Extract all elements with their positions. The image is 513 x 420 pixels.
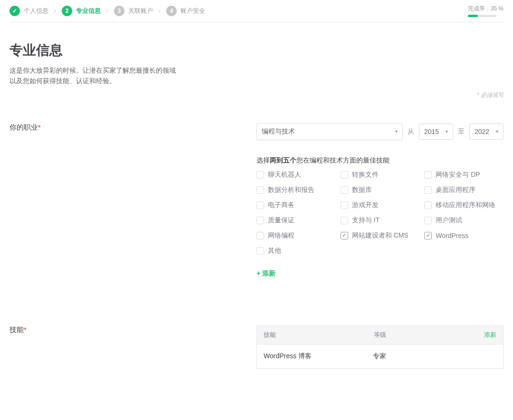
occupation-label: 你的职业* [10, 123, 238, 278]
chevron-right-icon: › [54, 8, 56, 14]
checkbox-icon [341, 217, 348, 224]
onboarding-stepper: ✓ 个人信息 › 2 专业信息 › 3 关联账户 › 4 账户安全 完成率：35… [10, 0, 504, 22]
step-linked-accounts[interactable]: 3 关联账户 [114, 6, 153, 16]
skill-checkbox-label: 数据库 [352, 186, 372, 194]
skill-checkbox-label: 网站建设者和 CMS [352, 231, 408, 240]
checkbox-icon [424, 201, 432, 209]
skill-checkbox-label: 桌面应用程序 [436, 186, 475, 194]
page-title: 专业信息 [10, 41, 504, 59]
skill-checkbox[interactable]: 聊天机器人 [256, 171, 336, 179]
skill-checkbox[interactable]: 网络安全与 DP [424, 171, 504, 179]
skill-checkbox-label: 网络编程 [268, 231, 294, 240]
skill-checkbox-label: 数据分析和报告 [268, 186, 314, 194]
checkbox-icon [256, 186, 264, 194]
skills-section: 技能* 技能 等级 添新 WordPress 博客 专家 [10, 325, 504, 369]
checkbox-icon [341, 201, 348, 209]
chevron-down-icon: ▾ [395, 129, 398, 134]
step-account-security[interactable]: 4 账户安全 [166, 6, 205, 16]
skill-checkbox[interactable]: 电子商务 [256, 201, 336, 210]
checkbox-icon [256, 232, 264, 239]
checkbox-icon [341, 232, 348, 239]
skill-checkbox-label: 其他 [268, 247, 281, 255]
checkbox-icon [341, 171, 348, 179]
occupation-select[interactable]: 编程与技术 ▾ [256, 123, 403, 140]
skill-checkbox[interactable]: 支持与 IT [341, 216, 420, 225]
add-occupation-button[interactable]: + 添新 [256, 269, 504, 278]
progress-bar [468, 15, 496, 17]
checkbox-icon [256, 201, 264, 209]
skill-checkbox-label: 移动应用程序和网络 [436, 201, 495, 210]
checkbox-icon [424, 232, 432, 239]
chevron-right-icon: › [106, 8, 108, 14]
skill-checkbox[interactable]: 用户测试 [424, 216, 504, 225]
to-label: 至 [458, 127, 465, 136]
skills-col-skill: 技能 [264, 331, 374, 339]
skill-checkbox[interactable]: 移动应用程序和网络 [424, 201, 504, 210]
page-description: 这是你大放异彩的时候。让潜在买家了解您最擅长的领域以及您如何获得技能、认证和经验… [10, 65, 180, 86]
skills-table-header: 技能 等级 添新 [256, 325, 504, 344]
skills-label: 技能* [10, 325, 238, 369]
step-label: 账户安全 [180, 7, 205, 15]
checkbox-icon [424, 186, 432, 194]
checkbox-icon [256, 171, 264, 179]
skill-checkbox[interactable]: 质量保证 [256, 216, 336, 225]
step-label: 个人信息 [24, 7, 48, 15]
skill-checkbox-label: 用户测试 [436, 216, 462, 225]
skill-checkbox[interactable]: WordPress [424, 231, 504, 240]
checkbox-icon [256, 247, 264, 255]
from-year-select[interactable]: 2015 ▾ [419, 124, 453, 140]
required-note: * 必须填写 [10, 91, 504, 99]
skill-checkbox[interactable]: 数据库 [341, 186, 420, 194]
step-label: 关联账户 [128, 7, 153, 15]
skill-checkbox-label: 游戏开发 [352, 201, 379, 210]
step-professional-info[interactable]: 2 专业信息 [62, 6, 101, 16]
chevron-down-icon: ▾ [446, 129, 448, 134]
checkbox-icon [424, 171, 432, 179]
step-label: 专业信息 [76, 7, 101, 15]
skill-checkbox[interactable]: 数据分析和报告 [256, 186, 336, 194]
skills-col-level: 等级 [374, 331, 484, 339]
skill-checkbox-label: WordPress [436, 232, 468, 239]
step-number: 3 [114, 6, 124, 16]
to-year-select[interactable]: 2022 ▾ [469, 124, 504, 140]
skill-level-cell: 专家 [373, 352, 482, 361]
step-personal-info[interactable]: ✓ 个人信息 [10, 6, 48, 16]
skill-checkbox[interactable]: 转换文件 [341, 171, 420, 179]
step-number: 2 [62, 6, 72, 16]
from-label: 从 [408, 127, 414, 136]
skill-checkbox-label: 网络安全与 DP [436, 171, 480, 179]
checkbox-icon [424, 217, 432, 224]
skill-checkbox[interactable]: 网站建设者和 CMS [341, 231, 420, 240]
chevron-right-icon: › [159, 8, 161, 14]
chevron-down-icon: ▾ [496, 129, 498, 134]
skill-checkbox-label: 质量保证 [268, 216, 294, 225]
add-skill-button[interactable]: 添新 [484, 331, 496, 339]
skill-checkbox[interactable]: 网络编程 [256, 231, 336, 240]
checkbox-icon [256, 217, 264, 224]
skill-checkbox-label: 聊天机器人 [268, 171, 301, 179]
skill-checkbox[interactable]: 桌面应用程序 [424, 186, 504, 194]
skill-checkbox-label: 转换文件 [352, 171, 379, 179]
occupation-section: 你的职业* 编程与技术 ▾ 从 2015 ▾ 至 2022 ▾ 选择两到五个您在… [10, 123, 504, 278]
check-icon: ✓ [10, 6, 20, 16]
skill-checkbox[interactable]: 其他 [256, 247, 336, 255]
table-row[interactable]: WordPress 博客 专家 [256, 344, 504, 369]
skill-name-cell: WordPress 博客 [264, 352, 373, 361]
checkbox-icon [341, 186, 348, 194]
completion-progress: 完成率：35 % [468, 5, 504, 17]
skills-checkbox-grid: 聊天机器人转换文件网络安全与 DP数据分析和报告数据库桌面应用程序电子商务游戏开… [256, 171, 504, 255]
page-header: 专业信息 这是你大放异彩的时候。让潜在买家了解您最擅长的领域以及您如何获得技能、… [10, 41, 504, 86]
progress-label: 完成率：35 % [468, 5, 504, 12]
step-number: 4 [166, 6, 177, 16]
skill-checkbox-label: 电子商务 [268, 201, 294, 210]
skill-checkbox[interactable]: 游戏开发 [341, 201, 420, 210]
skills-prompt: 选择两到五个您在编程和技术方面的最佳技能 [256, 156, 504, 165]
skill-checkbox-label: 支持与 IT [352, 216, 380, 225]
